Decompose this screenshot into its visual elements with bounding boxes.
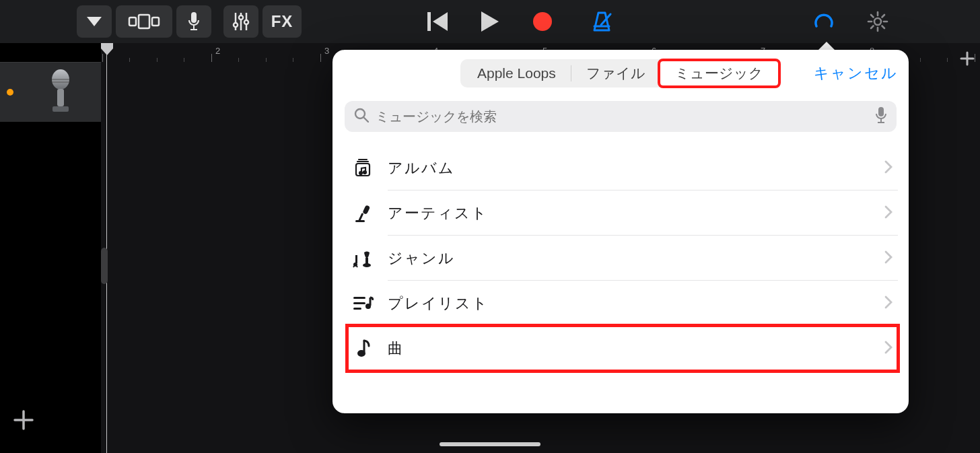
search-input[interactable]	[376, 109, 868, 125]
genre-icon	[347, 248, 378, 269]
svg-point-9	[239, 15, 243, 20]
fx-label: FX	[271, 12, 293, 31]
add-track-button[interactable]	[12, 409, 35, 434]
mixer-button[interactable]	[223, 5, 258, 38]
track-header[interactable]	[0, 62, 101, 123]
svg-rect-37	[356, 164, 370, 176]
go-to-start-button[interactable]	[424, 8, 451, 35]
row-label: アーティスト	[388, 203, 488, 223]
vertical-scroll-handle[interactable]	[101, 248, 108, 284]
microphone-button[interactable]	[176, 5, 211, 38]
svg-rect-1	[129, 18, 136, 26]
segment-label: ミュージック	[675, 64, 763, 83]
svg-rect-3	[191, 12, 197, 23]
svg-line-22	[882, 26, 885, 29]
chevron-right-icon	[884, 250, 893, 267]
svg-rect-40	[362, 205, 370, 215]
segment-apple-loops[interactable]: Apple Loops	[462, 61, 571, 85]
svg-point-32	[355, 109, 365, 118]
segment-music[interactable]: ミュージック	[660, 61, 778, 85]
artist-icon	[347, 203, 378, 223]
metronome-button[interactable]	[586, 5, 618, 38]
svg-rect-26	[57, 89, 64, 106]
segment-label: Apple Loops	[477, 65, 556, 81]
row-label: プレイリスト	[388, 293, 489, 314]
svg-point-16	[874, 18, 881, 25]
dictation-icon[interactable]	[875, 106, 887, 127]
segment-file[interactable]: ファイル	[571, 61, 660, 85]
add-track-right-button[interactable]	[960, 50, 975, 71]
ruler-mark: 2	[215, 46, 220, 56]
playlist-icon	[347, 295, 378, 312]
svg-point-49	[365, 304, 371, 309]
home-indicator	[440, 442, 540, 446]
svg-rect-35	[880, 118, 882, 122]
row-artist[interactable]: アーティスト	[347, 190, 898, 236]
svg-point-50	[357, 350, 365, 357]
source-segmented-control: Apple Loops ファイル ミュージック	[460, 59, 780, 88]
record-button[interactable]	[529, 8, 556, 35]
svg-rect-36	[878, 122, 884, 123]
svg-rect-48	[353, 308, 361, 310]
svg-point-45	[363, 263, 371, 267]
row-label: アルバム	[388, 158, 455, 178]
svg-rect-2	[152, 18, 159, 26]
row-label: ジャンル	[388, 248, 455, 269]
ruler-mark: 3	[324, 46, 329, 56]
svg-point-39	[363, 171, 366, 174]
music-category-list: アルバム アーティスト ジャンル	[347, 145, 898, 371]
svg-rect-27	[53, 106, 69, 112]
song-icon	[347, 339, 378, 359]
record-enable-indicator[interactable]	[7, 89, 13, 96]
search-field[interactable]	[345, 101, 897, 132]
svg-rect-34	[878, 107, 884, 116]
chevron-right-icon	[884, 341, 893, 357]
svg-point-13	[533, 12, 552, 31]
track-view-button[interactable]	[77, 5, 112, 38]
svg-rect-46	[353, 297, 365, 299]
svg-point-11	[244, 20, 248, 24]
svg-rect-42	[355, 220, 365, 222]
segment-label: ファイル	[586, 64, 645, 83]
track-icon-microphone	[40, 69, 81, 116]
row-song[interactable]: 曲	[347, 326, 898, 371]
svg-rect-4	[193, 25, 195, 29]
svg-line-24	[871, 26, 874, 29]
search-icon	[354, 108, 369, 125]
svg-rect-0	[139, 15, 149, 28]
row-album[interactable]: アルバム	[347, 145, 898, 190]
top-toolbar: FX	[0, 0, 980, 43]
svg-point-7	[234, 23, 238, 27]
chevron-right-icon	[884, 205, 893, 221]
track-layout-button[interactable]	[116, 5, 172, 38]
svg-rect-12	[427, 12, 431, 31]
cancel-button[interactable]: キャンセル	[814, 63, 898, 83]
svg-rect-5	[190, 29, 197, 30]
row-label: 曲	[388, 339, 404, 359]
album-icon	[347, 158, 378, 178]
popover-header: Apple Loops ファイル ミュージック キャンセル	[332, 50, 909, 97]
svg-rect-47	[353, 302, 365, 304]
loop-browser-button[interactable]	[808, 5, 840, 38]
svg-line-21	[871, 15, 874, 18]
play-button[interactable]	[477, 8, 503, 35]
loop-browser-popover: Apple Loops ファイル ミュージック キャンセル アルバム	[332, 50, 909, 413]
svg-point-38	[359, 172, 362, 174]
svg-line-33	[364, 118, 368, 122]
fx-button[interactable]: FX	[262, 5, 302, 38]
chevron-right-icon	[884, 295, 893, 312]
settings-button[interactable]	[862, 5, 894, 38]
chevron-right-icon	[884, 160, 893, 176]
svg-line-23	[882, 15, 885, 18]
row-playlist[interactable]: プレイリスト	[347, 281, 898, 326]
row-genre[interactable]: ジャンル	[347, 236, 898, 281]
